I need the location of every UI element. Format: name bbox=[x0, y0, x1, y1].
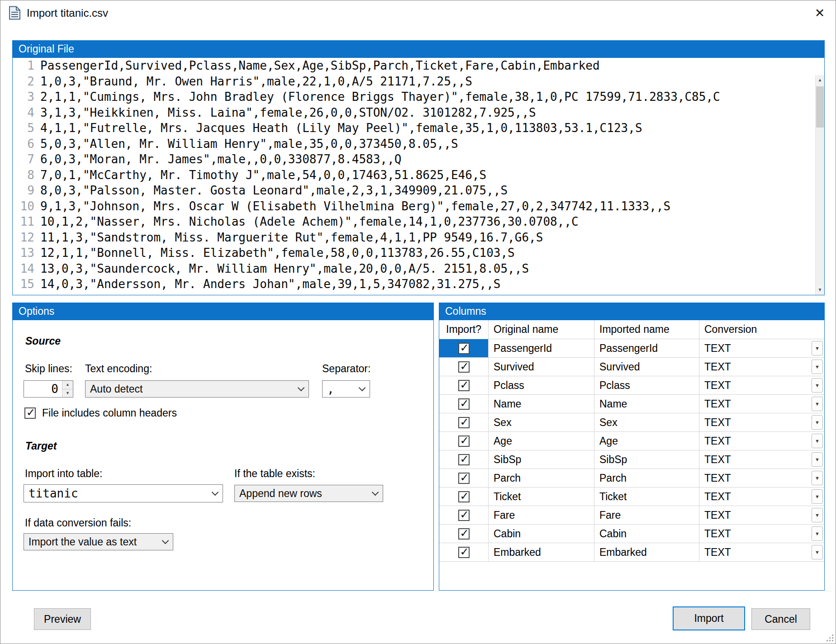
original-name-cell[interactable]: Parch bbox=[489, 469, 594, 487]
import-cell[interactable]: ✓ bbox=[439, 488, 489, 506]
conversion-dropdown-button[interactable]: ▼ bbox=[812, 545, 823, 559]
original-name-cell[interactable]: Sex bbox=[489, 413, 594, 431]
imported-name-cell[interactable]: Embarked bbox=[594, 543, 699, 561]
cancel-button[interactable]: Cancel bbox=[751, 608, 810, 630]
import-cell[interactable]: ✓ bbox=[439, 469, 489, 487]
imported-name-cell[interactable]: Name bbox=[594, 395, 699, 413]
original-name-cell[interactable]: Cabin bbox=[489, 525, 594, 543]
import-checkbox[interactable]: ✓ bbox=[458, 436, 470, 447]
file-preview-area[interactable]: 1 PassengerId,Survived,Pclass,Name,Sex,A… bbox=[13, 58, 824, 295]
conversion-dropdown-button[interactable]: ▼ bbox=[812, 378, 823, 393]
import-checkbox[interactable]: ✓ bbox=[458, 361, 470, 373]
original-name-cell[interactable]: Age bbox=[489, 432, 594, 450]
import-checkbox[interactable]: ✓ bbox=[458, 343, 470, 354]
conversion-dropdown-button[interactable]: ▼ bbox=[812, 434, 823, 448]
separator-select[interactable]: , bbox=[322, 380, 370, 398]
import-checkbox[interactable]: ✓ bbox=[458, 510, 470, 521]
imported-name-cell[interactable]: Ticket bbox=[594, 488, 699, 506]
import-cell[interactable]: ✓ bbox=[439, 450, 489, 469]
imported-name-cell[interactable]: Pclass bbox=[594, 376, 699, 394]
original-name-cell[interactable]: Survived bbox=[489, 358, 594, 376]
column-headers-checkbox[interactable]: ✓ bbox=[24, 407, 36, 419]
scroll-down-button[interactable]: ▼ bbox=[816, 285, 824, 295]
conversion-fail-select[interactable]: Import the value as text bbox=[24, 533, 173, 550]
conversion-cell[interactable]: TEXT ▼ bbox=[699, 450, 824, 469]
original-name-cell[interactable]: Pclass bbox=[489, 376, 594, 394]
import-cell[interactable]: ✓ bbox=[439, 413, 489, 431]
conversion-dropdown-button[interactable]: ▼ bbox=[812, 508, 823, 522]
imported-name-cell[interactable]: SibSp bbox=[594, 450, 699, 469]
close-button[interactable]: ✕ bbox=[809, 4, 830, 22]
conversion-dropdown-button[interactable]: ▼ bbox=[812, 526, 823, 541]
skip-lines-label: Skip lines: bbox=[25, 363, 72, 375]
import-checkbox[interactable]: ✓ bbox=[458, 417, 470, 428]
original-name-cell[interactable]: PassengerId bbox=[489, 339, 594, 357]
scrollbar-thumb[interactable] bbox=[816, 86, 824, 128]
conversion-cell[interactable]: TEXT ▼ bbox=[699, 432, 824, 450]
csv-line: 1 PassengerId,Survived,Pclass,Name,Sex,A… bbox=[13, 58, 815, 74]
import-cell[interactable]: ✓ bbox=[439, 395, 489, 413]
conversion-dropdown-button[interactable]: ▼ bbox=[812, 341, 823, 355]
import-checkbox[interactable]: ✓ bbox=[458, 547, 470, 558]
conversion-dropdown-button[interactable]: ▼ bbox=[812, 397, 823, 411]
import-checkbox[interactable]: ✓ bbox=[458, 491, 470, 502]
conversion-cell[interactable]: TEXT ▼ bbox=[699, 413, 824, 431]
import-cell[interactable]: ✓ bbox=[439, 339, 489, 357]
import-cell[interactable]: ✓ bbox=[439, 376, 489, 394]
conversion-cell[interactable]: TEXT ▼ bbox=[699, 339, 824, 357]
scroll-up-button[interactable]: ▲ bbox=[816, 75, 824, 85]
vertical-scrollbar[interactable]: ▲ ▼ bbox=[815, 75, 824, 295]
original-name-cell[interactable]: Embarked bbox=[489, 543, 594, 561]
import-cell[interactable]: ✓ bbox=[439, 358, 489, 376]
import-cell[interactable]: ✓ bbox=[439, 543, 489, 561]
conversion-cell[interactable]: TEXT ▼ bbox=[699, 395, 824, 413]
spin-up-button[interactable]: ▲ bbox=[62, 381, 73, 389]
line-number: 1 bbox=[13, 58, 34, 74]
original-name-cell[interactable]: Fare bbox=[489, 506, 594, 524]
imported-name-cell[interactable]: Sex bbox=[594, 413, 699, 431]
text-encoding-select[interactable]: Auto detect bbox=[85, 380, 309, 398]
imported-name-cell[interactable]: Parch bbox=[594, 469, 699, 487]
conversion-cell[interactable]: TEXT ▼ bbox=[699, 525, 824, 543]
import-checkbox[interactable]: ✓ bbox=[458, 398, 470, 410]
conversion-dropdown-button[interactable]: ▼ bbox=[812, 471, 823, 485]
import-checkbox[interactable]: ✓ bbox=[458, 473, 470, 484]
line-text: 5,0,3,"Allen, Mr. William Henry",male,35… bbox=[34, 136, 458, 152]
conversion-cell[interactable]: TEXT ▼ bbox=[699, 469, 824, 487]
table-exists-value: Append new rows bbox=[239, 488, 322, 500]
conversion-cell[interactable]: TEXT ▼ bbox=[699, 376, 824, 394]
conversion-cell[interactable]: TEXT ▼ bbox=[699, 506, 824, 524]
imported-name-cell[interactable]: Cabin bbox=[594, 525, 699, 543]
imported-name-cell[interactable]: Fare bbox=[594, 506, 699, 524]
line-number: 15 bbox=[13, 276, 34, 292]
imported-name-cell[interactable]: Age bbox=[594, 432, 699, 450]
preview-button[interactable]: Preview bbox=[34, 608, 91, 630]
skip-lines-value[interactable]: 0 bbox=[24, 381, 61, 397]
import-cell[interactable]: ✓ bbox=[439, 432, 489, 450]
import-checkbox[interactable]: ✓ bbox=[458, 454, 470, 465]
imported-name-cell[interactable]: PassengerId bbox=[594, 339, 699, 357]
import-cell[interactable]: ✓ bbox=[439, 525, 489, 543]
conversion-dropdown-button[interactable]: ▼ bbox=[812, 489, 823, 504]
conversion-cell[interactable]: TEXT ▼ bbox=[699, 543, 824, 561]
import-checkbox[interactable]: ✓ bbox=[458, 380, 470, 391]
original-name-cell[interactable]: Name bbox=[489, 395, 594, 413]
conversion-dropdown-button[interactable]: ▼ bbox=[812, 360, 823, 374]
imported-name-cell[interactable]: Survived bbox=[594, 358, 699, 376]
skip-lines-spinner[interactable]: 0 ▲ ▼ bbox=[24, 380, 73, 398]
import-button[interactable]: Import bbox=[673, 606, 745, 630]
spin-down-button[interactable]: ▼ bbox=[62, 389, 73, 398]
chevron-box bbox=[368, 485, 383, 502]
conversion-cell[interactable]: TEXT ▼ bbox=[699, 488, 824, 506]
import-checkbox[interactable]: ✓ bbox=[458, 528, 470, 540]
original-name-cell[interactable]: SibSp bbox=[489, 450, 594, 469]
conversion-dropdown-button[interactable]: ▼ bbox=[812, 452, 823, 467]
conversion-dropdown-button[interactable]: ▼ bbox=[812, 415, 823, 430]
conversion-cell[interactable]: TEXT ▼ bbox=[699, 358, 824, 376]
resize-grip-icon[interactable] bbox=[826, 635, 834, 642]
table-exists-select[interactable]: Append new rows bbox=[234, 485, 383, 502]
column-headers-checkbox-row[interactable]: ✓ File includes column headers bbox=[24, 407, 177, 419]
import-table-select[interactable]: titanic bbox=[24, 484, 223, 502]
import-cell[interactable]: ✓ bbox=[439, 506, 489, 524]
original-name-cell[interactable]: Ticket bbox=[489, 488, 594, 506]
